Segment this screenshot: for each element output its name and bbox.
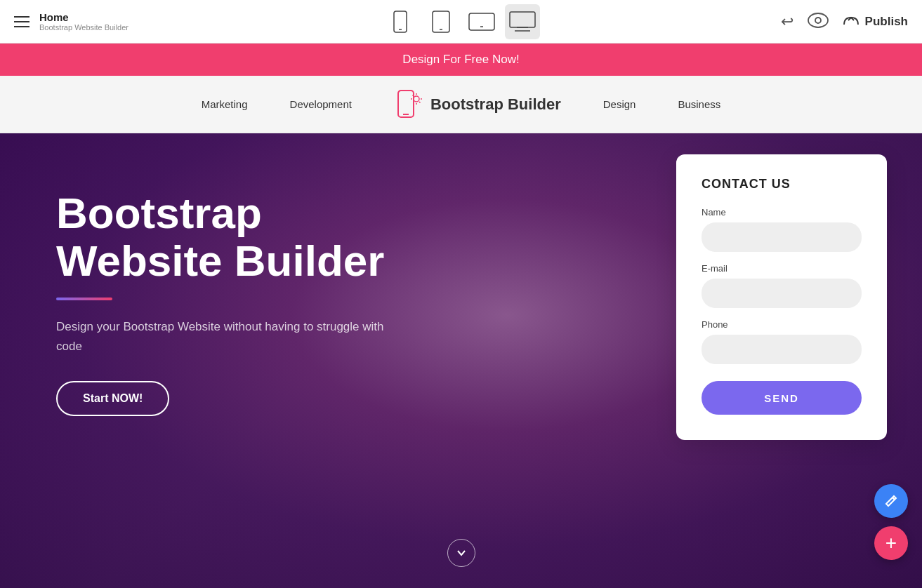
tablet-landscape-button[interactable] (464, 4, 499, 39)
svg-line-18 (412, 95, 414, 96)
promo-text: Design For Free Now! (402, 53, 519, 67)
nav-item-marketing[interactable]: Marketing (202, 98, 248, 110)
hero-title-line1: Bootstrap (56, 189, 262, 237)
phone-input[interactable] (702, 335, 862, 364)
name-label: Name (702, 207, 862, 218)
promo-banner[interactable]: Design For Free Now! (0, 44, 922, 76)
name-form-group: Name (702, 207, 862, 252)
svg-rect-11 (398, 91, 414, 117)
hero-title-line2: Website Builder (56, 236, 384, 285)
nav-item-design[interactable]: Design (603, 98, 636, 110)
svg-line-20 (893, 497, 895, 500)
add-icon: + (885, 533, 897, 553)
site-logo: Bootstrap Builder (394, 88, 561, 121)
nav-item-business[interactable]: Business (678, 98, 720, 110)
svg-point-9 (808, 13, 828, 27)
hero-description: Design your Bootstrap Website without ha… (56, 317, 393, 355)
add-fab-button[interactable]: + (874, 526, 908, 560)
device-switcher (383, 4, 540, 39)
svg-rect-4 (469, 13, 494, 30)
publish-label: Publish (865, 15, 908, 29)
svg-line-19 (419, 102, 421, 103)
tablet-device-button[interactable] (423, 4, 459, 39)
scroll-arrow-circle (447, 539, 475, 567)
top-bar-right: ↩ Publish (781, 13, 908, 31)
hero-content: Bootstrap Website Builder Design your Bo… (0, 133, 492, 416)
mobile-device-button[interactable] (383, 4, 418, 39)
hero-title: Bootstrap Website Builder (56, 189, 435, 285)
preview-button[interactable] (808, 13, 829, 30)
edit-fab-button[interactable] (874, 484, 908, 518)
fab-container: + (874, 484, 908, 560)
svg-point-10 (815, 18, 821, 23)
svg-rect-6 (510, 12, 535, 27)
logo-text: Bootstrap Builder (430, 95, 561, 114)
contact-card: CONTACT US Name E-mail Phone SEND (676, 154, 887, 440)
hero-section: Bootstrap Website Builder Design your Bo… (0, 133, 922, 588)
email-label: E-mail (702, 263, 862, 274)
phone-form-group: Phone (702, 319, 862, 364)
undo-button[interactable]: ↩ (781, 13, 793, 31)
page-title: Home (39, 11, 129, 23)
email-input[interactable] (702, 279, 862, 308)
top-bar-left: Home Bootstrap Website Builder (14, 11, 129, 32)
hamburger-menu-icon[interactable] (14, 16, 29, 27)
top-bar: Home Bootstrap Website Builder (0, 0, 922, 44)
desktop-device-button[interactable] (505, 4, 540, 39)
phone-label: Phone (702, 319, 862, 330)
scroll-down-arrow[interactable] (447, 539, 475, 567)
name-input[interactable] (702, 222, 862, 252)
publish-button[interactable]: Publish (843, 15, 908, 29)
email-form-group: E-mail (702, 263, 862, 308)
hero-divider (56, 298, 112, 300)
svg-point-13 (414, 96, 419, 102)
site-navigation: Marketing Development Bootstrap Builder … (0, 76, 922, 133)
top-bar-title: Home Bootstrap Website Builder (39, 11, 129, 32)
contact-heading: CONTACT US (702, 177, 862, 192)
page-subtitle: Bootstrap Website Builder (39, 23, 129, 32)
nav-item-development[interactable]: Development (290, 98, 352, 110)
hero-cta-button[interactable]: Start NOW! (56, 381, 169, 416)
logo-icon (394, 88, 423, 121)
send-button[interactable]: SEND (702, 381, 862, 415)
